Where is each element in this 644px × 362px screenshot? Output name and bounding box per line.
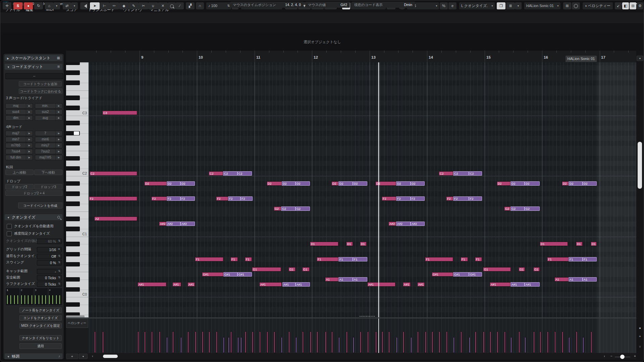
velocity-bar[interactable]: [187, 331, 189, 353]
velocity-bar[interactable]: [453, 337, 454, 353]
feedback-icon[interactable]: ↻: [34, 2, 43, 9]
midi-note[interactable]: D1: [591, 242, 597, 246]
velocity-bar[interactable]: [144, 331, 146, 353]
stepper-icon[interactable]: ⇅: [58, 261, 60, 264]
part-list-dropdown[interactable]: ▼: [515, 2, 522, 9]
midi-note[interactable]: G1: [519, 267, 525, 272]
field-value-box[interactable]: 60 %⇅: [37, 239, 62, 244]
play-arrow-icon[interactable]: ▶: [55, 143, 62, 148]
auto-apply-checkbox[interactable]: [7, 224, 12, 229]
create-chord-event-button[interactable]: コードイベントを作成: [18, 202, 62, 208]
midi-note[interactable]: F1: [230, 257, 238, 261]
midi-note[interactable]: C2: [237, 171, 252, 176]
field-value-box[interactable]: 0 %⇅: [37, 260, 62, 265]
iq-checkbox[interactable]: [7, 231, 12, 236]
play-arrow-icon[interactable]: ▶: [26, 149, 33, 154]
midi-note[interactable]: A1: [583, 277, 597, 282]
tool-erase[interactable]: ◆: [119, 2, 129, 9]
acoustic-feedback-icon[interactable]: [80, 2, 89, 9]
midi-note[interactable]: F2: [411, 196, 425, 201]
chord-dim[interactable]: dim▶: [5, 115, 33, 121]
section-quantize[interactable]: ▼クオンタイズ: [5, 214, 62, 220]
midi-note[interactable]: C2: [209, 171, 223, 176]
velocity-bar[interactable]: [310, 331, 311, 353]
play-arrow-icon[interactable]: ▶: [26, 143, 33, 148]
midi-note[interactable]: D2: [353, 181, 367, 186]
velocity-bar[interactable]: [525, 337, 526, 353]
midi-note[interactable]: G1: [302, 267, 310, 272]
midi-note[interactable]: A#1: [367, 282, 395, 287]
ruler-options-dropdown[interactable]: ▼: [637, 56, 643, 61]
midi-note[interactable]: F2: [228, 196, 240, 201]
play-arrow-icon[interactable]: ▶: [26, 110, 33, 114]
midi-note[interactable]: A#1: [172, 282, 181, 287]
velocity-bar[interactable]: [554, 331, 556, 353]
midi-note[interactable]: G#1: [432, 272, 453, 277]
active-part-select[interactable]: HALion Sonic 01▼: [524, 2, 560, 9]
midi-note[interactable]: G#1: [202, 272, 223, 277]
stepper-icon[interactable]: ⇅: [58, 254, 60, 257]
section-transpose[interactable]: ▼移調♪: [5, 353, 62, 359]
midi-note[interactable]: D1: [310, 242, 338, 246]
midi-note[interactable]: A#1: [282, 282, 296, 287]
stepper-icon[interactable]: ⇅: [58, 276, 60, 279]
quantize-action-button-2[interactable]: MIDI クオンタイズを固定: [19, 323, 62, 328]
show-left-zone-button[interactable]: ◧: [622, 2, 629, 9]
scroll-left-button[interactable]: ‹: [90, 354, 96, 359]
midi-note[interactable]: D2: [144, 181, 167, 186]
velocity-bar[interactable]: [490, 331, 491, 353]
velocity-bar[interactable]: [281, 337, 282, 353]
drop-button-1[interactable]: ドロップ3: [34, 184, 62, 189]
vzoom-dot[interactable]: ●: [637, 325, 643, 331]
velocity-bar[interactable]: [360, 331, 361, 353]
midi-note[interactable]: F2: [167, 196, 180, 201]
velocity-bar[interactable]: [591, 331, 592, 353]
black-key-cs3[interactable]: [66, 106, 80, 110]
velocity-bar[interactable]: [209, 331, 210, 353]
velocity-bar[interactable]: [483, 331, 484, 353]
timeline-ruler[interactable]: 91011121314151617: [66, 51, 644, 63]
midi-note[interactable]: D2: [282, 181, 296, 186]
velocity-bar[interactable]: [540, 331, 541, 353]
midi-note[interactable]: F2: [89, 196, 137, 201]
velocity-bar[interactable]: [446, 331, 447, 353]
stepper-icon[interactable]: ⇅: [58, 239, 60, 242]
lane-select-dropdown[interactable]: ▼: [79, 354, 88, 359]
play-arrow-icon[interactable]: ▶: [26, 116, 33, 120]
velocity-tool-icon[interactable]: ▞: [186, 2, 195, 9]
chord-minj7[interactable]: minj7▶: [35, 143, 62, 148]
field-value-box[interactable]: -⇅: [37, 269, 62, 274]
midi-note[interactable]: D2: [338, 181, 353, 186]
velocity-bar[interactable]: [388, 331, 390, 353]
track-loop-button[interactable]: ⇄: [63, 2, 71, 9]
velocity-bar[interactable]: [375, 331, 377, 353]
velocity-bar[interactable]: [94, 331, 96, 353]
midi-note[interactable]: C2: [439, 171, 453, 176]
midi-note[interactable]: A#1: [525, 282, 540, 287]
midi-note[interactable]: G#1: [237, 272, 252, 277]
midi-note[interactable]: G1: [252, 267, 281, 272]
velocity-bar[interactable]: [338, 337, 340, 353]
chord-aug[interactable]: aug▶: [35, 115, 62, 121]
midi-note[interactable]: A1: [353, 277, 367, 282]
loop-dropdown[interactable]: ▼: [71, 2, 78, 9]
midi-note[interactable]: C2: [223, 171, 237, 176]
step-input-button[interactable]: ⊞: [563, 2, 571, 9]
midi-note[interactable]: G2: [525, 206, 540, 211]
velocity-bar[interactable]: [562, 331, 563, 353]
velocity-bar[interactable]: [245, 331, 246, 353]
play-arrow-icon[interactable]: ▶: [55, 110, 62, 114]
stepper-icon[interactable]: ⇅: [58, 282, 60, 285]
midi-note[interactable]: F2: [216, 196, 228, 201]
edit-active-part-button[interactable]: ≣: [506, 2, 515, 9]
velocity-bar[interactable]: [223, 337, 224, 353]
midi-note[interactable]: F1: [475, 257, 482, 261]
field-value-box[interactable]: Off⇅: [37, 254, 62, 259]
midi-note[interactable]: A1: [569, 277, 583, 282]
black-key-ds3[interactable]: [66, 96, 80, 100]
hzoom-knob[interactable]: [620, 355, 625, 359]
velocity-bar[interactable]: [240, 337, 242, 353]
black-key-ds2[interactable]: [66, 156, 80, 161]
midi-note[interactable]: A2: [94, 217, 137, 221]
black-key-ds1[interactable]: [66, 217, 80, 221]
